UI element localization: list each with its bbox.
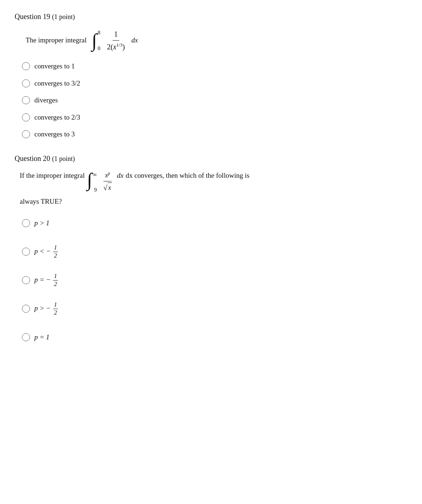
question-19-intro: The improper integral [26,35,87,46]
fraction-denominator-q20: √x [102,181,113,193]
radio-q19-c[interactable] [22,96,30,104]
integral-symbol-q19: ∫ [92,31,97,50]
integral-lower-q20: 9 [94,186,97,194]
option-q19-b-label: converges to 3/2 [34,78,80,89]
fraction-half-c: 1 2 [53,273,58,287]
option-q20-c[interactable]: p = − 1 2 [22,271,407,289]
option-q20-c-label: p = − 1 2 [34,273,59,287]
option-q20-e-label: p = 1 [34,332,49,343]
option-q19-e-label: converges to 3 [34,129,75,140]
integral-bounds-q20: ∞ 9 [93,170,97,194]
integral-bounds-q19: 8 0 [98,29,101,52]
option-q19-a-label: converges to 1 [34,61,75,72]
question-20-options: p > 1 p < − 1 2 p = − 1 2 [22,214,407,346]
question-20-integral-block: If the improper integral ∫ ∞ 9 xp √x dx … [20,170,407,194]
question-19-options: converges to 1 converges to 3/2 diverges… [22,61,407,140]
option-q19-a[interactable]: converges to 1 [22,61,407,72]
question-20-header: Question 20 (1 point) [15,153,407,164]
option-q19-c-label: diverges [34,95,58,106]
radio-q20-d[interactable] [22,305,30,313]
option-q19-c[interactable]: diverges [22,95,407,106]
option-q20-d-label: p > − 1 2 [34,301,59,316]
fraction-denominator-q19: 2(x1/3) [105,41,126,52]
question-19-title: Question 19 [15,12,50,20]
integral-lower-q19: 0 [98,44,101,53]
question-20-points: (1 point) [52,155,75,162]
fraction-numerator-q20: xp [103,170,112,181]
radio-q20-c[interactable] [22,276,30,284]
integral-symbol-q20: ∫ [87,170,92,189]
radio-q19-d[interactable] [22,113,30,121]
integral-fraction-q19: 1 2(x1/3) [105,29,126,52]
question-20: Question 20 (1 point) If the improper in… [15,153,407,347]
question-20-title: Question 20 [15,154,50,162]
question-19-header: Question 19 (1 point) [15,11,407,22]
question-19-points: (1 point) [52,13,75,20]
fraction-half-b: 1 2 [53,244,58,259]
option-q19-d[interactable]: converges to 2/3 [22,112,407,123]
radio-q19-b[interactable] [22,79,30,87]
dx-symbol-q20: dx [117,170,124,181]
option-q19-b[interactable]: converges to 3/2 [22,78,407,89]
integral-fraction-q20: xp √x [102,170,113,193]
fraction-numerator-q19: 1 [113,29,119,41]
option-q19-d-label: converges to 2/3 [34,112,80,123]
question-20-converges: dx converges, then which of the followin… [126,170,249,181]
option-q20-d[interactable]: p > − 1 2 [22,300,407,318]
fraction-half-d: 1 2 [53,301,58,316]
option-q20-a-label: p > 1 [34,218,49,229]
option-q20-a[interactable]: p > 1 [22,214,407,232]
option-q20-e[interactable]: p = 1 [22,328,407,346]
question-19: Question 19 (1 point) The improper integ… [15,11,407,140]
sqrt-symbol-q20: √x [103,182,112,193]
always-true-text: always TRUE? [20,196,407,207]
radio-q20-a[interactable] [22,219,30,227]
option-q20-b-label: p < − 1 2 [34,244,59,259]
dx-symbol-q19: dx [131,35,138,46]
option-q20-b[interactable]: p < − 1 2 [22,242,407,261]
option-q19-e[interactable]: converges to 3 [22,129,407,140]
question-20-intro: If the improper integral [20,170,85,181]
question-19-integral: The improper integral ∫ 8 0 1 2(x1/3) dx [26,29,407,52]
radio-q19-e[interactable] [22,130,30,138]
radio-q20-b[interactable] [22,248,30,256]
integral-upper-q20: ∞ [93,170,97,179]
integral-upper-q19: 8 [98,29,101,37]
radio-q20-e[interactable] [22,333,30,341]
radio-q19-a[interactable] [22,62,30,70]
